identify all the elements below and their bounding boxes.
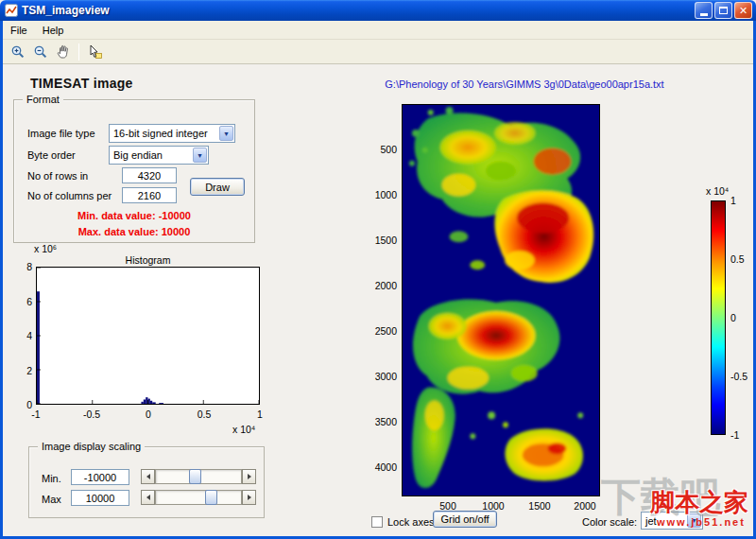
grid-toggle-button[interactable]: Grid on/off bbox=[433, 511, 497, 528]
min-scale-slider[interactable] bbox=[141, 469, 256, 484]
zoom-in-icon bbox=[10, 44, 26, 60]
cols-label: No of columns per bbox=[27, 190, 112, 201]
scaling-max-input[interactable] bbox=[71, 490, 129, 506]
world-map-image bbox=[403, 105, 599, 496]
arrow-right-icon bbox=[248, 495, 251, 500]
pan-hand-icon bbox=[56, 44, 71, 60]
hist-x-tick: 0.5 bbox=[185, 409, 223, 420]
zoom-out-icon bbox=[33, 44, 48, 60]
map-image-axes[interactable] bbox=[402, 104, 600, 496]
menu-help[interactable]: Help bbox=[35, 22, 72, 39]
map-x-tick: 2000 bbox=[564, 500, 606, 512]
lock-axes-checkbox[interactable] bbox=[371, 516, 383, 528]
map-y-tick: 2500 bbox=[367, 325, 397, 337]
arrow-left-icon bbox=[146, 474, 150, 479]
scaling-panel: Image display scaling Min. Max bbox=[28, 446, 265, 518]
max-data-value-text: Max. data value: 10000 bbox=[14, 226, 254, 237]
titlebar[interactable]: TSM_imageview ✕ bbox=[0, 0, 756, 21]
lock-axes-label: Lock axes bbox=[387, 516, 435, 528]
histogram-x-exponent: x 10⁴ bbox=[232, 424, 255, 435]
chevron-down-icon[interactable]: ▼ bbox=[193, 148, 207, 163]
colorbar-tick: -0.5 bbox=[730, 371, 755, 382]
app-icon[interactable] bbox=[5, 4, 18, 17]
colorbar-tick: 0.5 bbox=[730, 253, 755, 265]
histogram-bars bbox=[37, 268, 259, 404]
maximize-button[interactable] bbox=[714, 2, 732, 19]
slider-left-arrow[interactable] bbox=[141, 469, 155, 484]
map-y-tick: 3500 bbox=[367, 416, 397, 427]
colorbar-exponent: x 10⁴ bbox=[706, 185, 729, 197]
histogram-plot[interactable] bbox=[36, 267, 260, 405]
byte-order-label: Byte order bbox=[27, 149, 76, 161]
pan-button[interactable] bbox=[53, 42, 73, 61]
colorbar-tick: -1 bbox=[730, 429, 755, 441]
zoom-out-button[interactable] bbox=[30, 42, 50, 61]
max-scale-slider[interactable] bbox=[141, 490, 256, 505]
slider-thumb[interactable] bbox=[205, 490, 217, 505]
rows-label: No of rows in bbox=[27, 170, 88, 182]
slider-thumb[interactable] bbox=[189, 469, 201, 484]
scaling-panel-legend: Image display scaling bbox=[38, 441, 145, 452]
arrow-left-icon bbox=[146, 495, 150, 500]
arrow-right-icon bbox=[248, 474, 251, 479]
hist-y-tick: 2 bbox=[6, 365, 32, 376]
menu-file[interactable]: File bbox=[3, 22, 35, 39]
byte-order-dropdown[interactable]: Big endian ▼ bbox=[109, 146, 209, 165]
data-cursor-icon bbox=[88, 44, 103, 60]
file-path-title: G:\Phenology of 30 Years\GIMMS 3g\0Data\… bbox=[364, 78, 685, 90]
close-icon: ✕ bbox=[739, 6, 747, 16]
min-data-value-text: Min. data value: -10000 bbox=[14, 210, 254, 221]
histogram-y-exponent: x 10⁶ bbox=[34, 243, 57, 254]
toolbar bbox=[3, 40, 753, 64]
scaling-max-label: Max bbox=[42, 494, 61, 505]
menubar: File Help bbox=[3, 21, 753, 40]
hist-y-tick: 4 bbox=[6, 330, 32, 341]
map-y-tick: 500 bbox=[367, 144, 397, 155]
chevron-down-icon[interactable]: ▼ bbox=[219, 126, 233, 141]
slider-left-arrow[interactable] bbox=[141, 490, 155, 505]
format-panel-legend: Format bbox=[23, 94, 63, 105]
map-y-tick: 2000 bbox=[367, 280, 397, 291]
slider-right-arrow[interactable] bbox=[242, 490, 256, 505]
watermark-site-url: www.jb51.net bbox=[657, 516, 746, 528]
page-title: TIMESAT image bbox=[30, 76, 133, 91]
byte-order-value: Big endian bbox=[113, 149, 163, 161]
format-panel: Format Image file type 16-bit signed int… bbox=[13, 99, 255, 243]
zoom-in-button[interactable] bbox=[8, 42, 27, 61]
window-title: TSM_imageview bbox=[22, 4, 110, 17]
hist-x-tick: -0.5 bbox=[73, 409, 111, 420]
window-border-left bbox=[0, 21, 3, 539]
colorbar-tick: 0 bbox=[730, 312, 755, 323]
map-y-tick: 4000 bbox=[367, 461, 397, 473]
cols-input[interactable] bbox=[122, 187, 177, 203]
hist-x-tick: 1 bbox=[241, 409, 279, 420]
map-y-tick: 1500 bbox=[367, 235, 397, 246]
close-button[interactable]: ✕ bbox=[734, 2, 752, 19]
rows-input[interactable] bbox=[122, 167, 177, 183]
scaling-min-input[interactable] bbox=[71, 469, 129, 485]
slider-right-arrow[interactable] bbox=[242, 469, 256, 484]
maximize-icon bbox=[719, 7, 728, 14]
slider-track[interactable] bbox=[155, 490, 242, 505]
hist-x-tick: 0 bbox=[129, 409, 167, 420]
toolbar-separator bbox=[78, 43, 79, 61]
hist-y-tick: 6 bbox=[6, 296, 32, 307]
application-window: TSM_imageview ✕ File Help bbox=[0, 0, 756, 539]
data-cursor-button[interactable] bbox=[85, 42, 105, 61]
hist-x-tick: -1 bbox=[17, 409, 55, 420]
file-type-label: Image file type bbox=[27, 128, 95, 139]
colorbar bbox=[711, 200, 726, 435]
minimize-button[interactable] bbox=[695, 2, 713, 19]
hist-y-tick: 8 bbox=[6, 261, 32, 272]
colorbar-tick: 1 bbox=[730, 195, 755, 206]
minimize-icon bbox=[700, 13, 708, 16]
map-x-tick: 1500 bbox=[519, 500, 560, 512]
watermark-site-name: 脚本之家 bbox=[650, 486, 748, 519]
map-y-tick: 3000 bbox=[367, 371, 397, 382]
scaling-min-label: Min. bbox=[42, 473, 61, 484]
file-type-dropdown[interactable]: 16-bit signed integer ▼ bbox=[109, 124, 235, 143]
draw-button[interactable]: Draw bbox=[190, 178, 245, 196]
map-y-tick: 1000 bbox=[367, 189, 397, 200]
histogram-title: Histogram bbox=[36, 254, 260, 266]
file-type-value: 16-bit signed integer bbox=[113, 128, 208, 139]
